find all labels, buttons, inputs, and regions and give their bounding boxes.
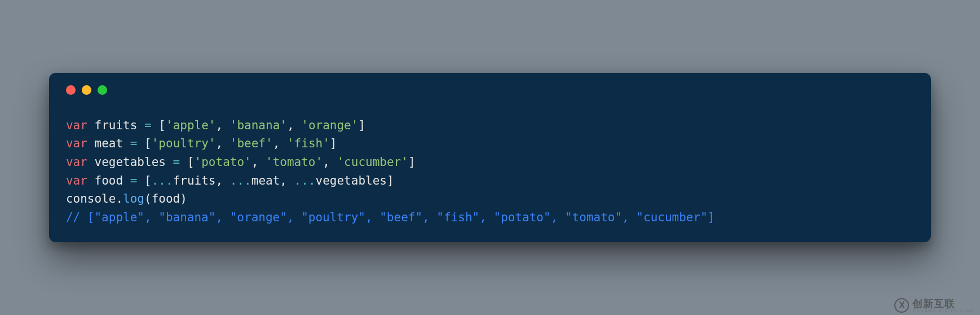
string-literal: 'potato' [195, 155, 251, 169]
string-literal: 'banana' [230, 119, 287, 132]
keyword-var: var [66, 119, 87, 132]
code-line: var fruits = ['apple', 'banana', 'orange… [66, 119, 365, 132]
comma: , [216, 119, 230, 132]
code-line: var vegetables = ['potato', 'tomato', 'c… [66, 155, 416, 169]
identifier: meat [95, 137, 123, 150]
close-icon[interactable] [66, 85, 76, 95]
string-literal: 'poultry' [152, 137, 216, 150]
maximize-icon[interactable] [98, 85, 107, 95]
watermark-main-text: 创新互联 [912, 299, 974, 309]
comma: , [216, 137, 230, 150]
comma: , [280, 174, 294, 187]
string-literal: 'fish' [287, 137, 330, 150]
bracket-close: ] [387, 174, 394, 187]
comma: , [273, 137, 287, 150]
identifier: fruits [95, 119, 138, 132]
spread-op: ... [230, 174, 251, 187]
keyword-var: var [66, 137, 87, 150]
dot: . [116, 192, 123, 205]
identifier: meat [251, 174, 280, 187]
comma: , [216, 174, 230, 187]
operator-eq: = [144, 119, 152, 132]
code-line: var food = [...fruits, ...meat, ...veget… [66, 174, 394, 187]
minimize-icon[interactable] [82, 85, 91, 95]
code-line: var meat = ['poultry', 'beef', 'fish'] [66, 137, 337, 150]
bracket-open: [ [144, 137, 152, 150]
comment: // ["apple", "banana", "orange", "poultr… [66, 211, 715, 224]
identifier: vegetables [95, 155, 166, 169]
identifier: vegetables [316, 174, 387, 187]
watermark: X 创新互联 CHUANG XIN HU LIAN [894, 298, 974, 313]
watermark-sub-text: CHUANG XIN HU LIAN [912, 309, 974, 313]
bracket-close: ] [330, 137, 337, 150]
comma: , [287, 119, 301, 132]
bracket-close: ] [358, 119, 365, 132]
bracket-open: [ [187, 155, 195, 169]
identifier: food [95, 174, 123, 187]
paren-open: ( [144, 192, 152, 205]
comma: , [251, 155, 266, 169]
operator-eq: = [130, 137, 138, 150]
identifier: food [152, 192, 180, 205]
code-line: console.log(food) [66, 192, 187, 205]
keyword-var: var [66, 155, 87, 169]
code-line: // ["apple", "banana", "orange", "poultr… [66, 211, 715, 224]
string-literal: 'orange' [301, 119, 358, 132]
bracket-close: ] [408, 155, 416, 169]
code-block[interactable]: var fruits = ['apple', 'banana', 'orange… [66, 116, 914, 226]
operator-eq: = [173, 155, 180, 169]
paren-close: ) [180, 192, 187, 205]
spread-op: ... [152, 174, 173, 187]
bracket-open: [ [144, 174, 152, 187]
operator-eq: = [130, 174, 138, 187]
watermark-logo-icon: X [894, 298, 909, 313]
identifier: fruits [173, 174, 216, 187]
string-literal: 'cucumber' [337, 155, 408, 169]
string-literal: 'apple' [166, 119, 216, 132]
string-literal: 'tomato' [266, 155, 323, 169]
window-titlebar [66, 85, 914, 95]
keyword-var: var [66, 174, 87, 187]
bracket-open: [ [158, 119, 166, 132]
code-window: var fruits = ['apple', 'banana', 'orange… [49, 73, 931, 242]
method-name: log [123, 192, 144, 205]
string-literal: 'beef' [230, 137, 273, 150]
comma: , [323, 155, 337, 169]
watermark-icon-letter: X [899, 300, 905, 310]
spread-op: ... [294, 174, 316, 187]
identifier: console [66, 192, 116, 205]
